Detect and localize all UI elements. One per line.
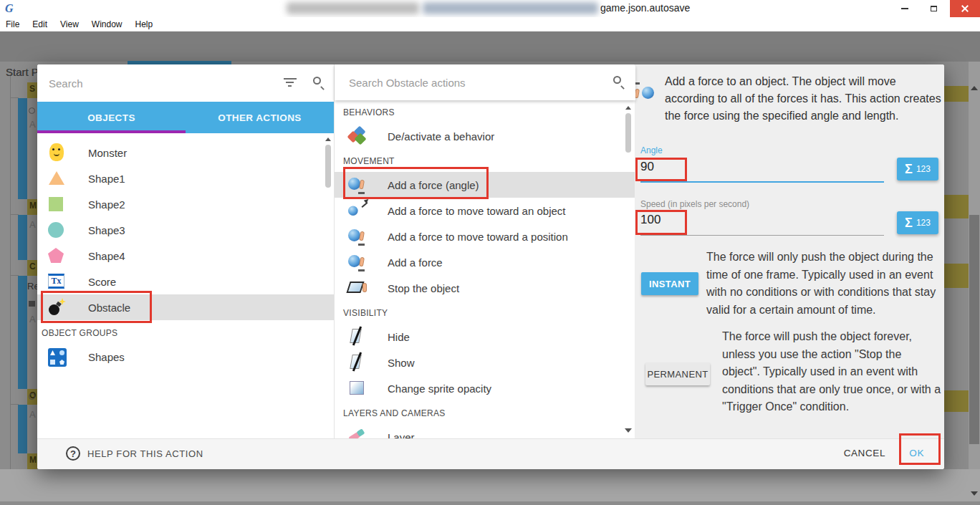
menu-bar: File Edit View Window Help (0, 17, 980, 32)
monster-icon (47, 143, 66, 162)
object-selector-panel: OBJECTS OTHER ACTIONS Monster Shape1 Sha… (37, 64, 334, 438)
object-groups-header: OBJECT GROUPS (42, 328, 117, 338)
action-add-force[interactable]: Add a force (335, 249, 635, 275)
minimize-button[interactable] (894, 0, 916, 17)
speed-expression-button[interactable]: Σ 123 (897, 211, 938, 234)
sigma-icon: Σ (905, 216, 913, 231)
object-search-input[interactable] (49, 73, 264, 93)
menu-file[interactable]: File (6, 19, 19, 29)
permanent-description: The force will push the object forever, … (722, 328, 941, 416)
menu-window[interactable]: Window (92, 19, 123, 29)
tab-other-actions[interactable]: OTHER ACTIONS (186, 102, 334, 133)
action-change-opacity[interactable]: Change sprite opacity (335, 375, 635, 401)
speed-label: Speed (in pixels per second) (640, 199, 749, 209)
action-stop-object[interactable]: Stop the object (335, 275, 635, 301)
selected-event-bar (18, 405, 27, 453)
menu-help[interactable]: Help (135, 19, 153, 29)
event-group-header: M (27, 199, 37, 215)
action-selector-panel: BEHAVIORS De/activate a behavior MOVEMEN… (334, 64, 635, 438)
section-layers-cameras: LAYERS AND CAMERAS (343, 408, 446, 418)
action-force-toward-position[interactable]: Add a force to move toward a position (335, 223, 635, 249)
window-title: game.json.autosave (600, 2, 690, 14)
permanent-button[interactable]: PERMANENT (645, 362, 710, 385)
action-force-toward-object[interactable]: Add a force to move toward an object (335, 198, 635, 223)
opacity-icon (348, 379, 367, 398)
close-button[interactable] (950, 0, 980, 17)
sigma-icon: Σ (905, 162, 913, 177)
scroll-up-icon[interactable] (971, 86, 978, 90)
help-link[interactable]: ? HELP FOR THIS ACTION (66, 446, 203, 461)
toolbar (0, 32, 980, 62)
action-show[interactable]: Show (335, 350, 635, 375)
annotation-speed-value (635, 210, 687, 235)
action-search-bar (335, 64, 635, 100)
list-item-shape2[interactable]: Shape2 (37, 191, 334, 217)
action-deactivate-behavior[interactable]: De/activate a behavior (335, 123, 635, 149)
blurred-path-2 (423, 2, 598, 14)
search-icon[interactable] (313, 77, 321, 85)
close-icon (961, 4, 969, 13)
event-group-header (944, 195, 969, 218)
action-parameters-panel: Add a force to an object. The object wil… (635, 64, 944, 438)
truncated-text: Re (27, 281, 37, 292)
group-icon (48, 348, 67, 367)
scroll-down-icon[interactable] (625, 428, 632, 433)
action-description: Add a force to an object. The object wil… (665, 73, 944, 125)
action-search-input[interactable] (349, 72, 585, 92)
list-item-shape3[interactable]: Shape3 (37, 217, 334, 243)
speed-underline (640, 235, 884, 236)
force-icon (348, 253, 367, 271)
action-icon (29, 301, 35, 307)
cancel-button[interactable]: CANCEL (844, 448, 885, 458)
scrollbar-thumb[interactable] (625, 113, 631, 153)
title-bar: G game.json.autosave (0, 0, 980, 17)
stop-icon (348, 279, 367, 297)
instant-button[interactable]: INSTANT (641, 272, 698, 295)
list-item-shape1[interactable]: Shape1 (37, 165, 334, 191)
event-group-header: S (27, 82, 37, 98)
circle-icon (47, 221, 66, 239)
filter-icon[interactable] (284, 78, 297, 88)
angle-underline (640, 181, 884, 183)
scrollbar-thumb[interactable] (325, 145, 331, 188)
scroll-up-icon[interactable] (325, 138, 331, 141)
menu-edit[interactable]: Edit (32, 19, 47, 29)
behavior-icon (348, 127, 367, 145)
selected-event-bar (18, 98, 27, 199)
selector-tabs: OBJECTS OTHER ACTIONS (37, 102, 334, 133)
hide-icon (348, 327, 367, 346)
action-hide[interactable]: Hide (335, 324, 635, 350)
menu-view[interactable]: View (60, 19, 79, 29)
section-behaviors: BEHAVIORS (343, 107, 395, 117)
event-group-header (944, 86, 969, 102)
restore-button[interactable] (923, 0, 944, 17)
condition-icon (29, 107, 35, 114)
objects-list: Monster Shape1 Shape2 Shape3 Shape4 (37, 133, 334, 438)
selected-event-bar (18, 215, 27, 260)
help-icon: ? (66, 446, 80, 461)
event-sheet-bottom: Add condition Add to Obstacle an instant… (0, 469, 980, 501)
scroll-down-icon[interactable] (971, 491, 978, 496)
show-icon (348, 353, 367, 372)
event-tree-line (10, 76, 11, 501)
search-icon[interactable] (613, 76, 621, 84)
event-group-header (944, 390, 969, 412)
text-object-icon: Tx (47, 272, 66, 291)
app-logo-icon: G (5, 2, 17, 14)
annotation-angle-value (635, 158, 687, 181)
scrollbar-thumb[interactable] (969, 215, 979, 444)
section-visibility: VISIBILITY (343, 308, 388, 318)
angle-expression-button[interactable]: Σ 123 (897, 158, 938, 181)
list-item-shape4[interactable]: Shape4 (37, 243, 334, 269)
list-item-shapes-group[interactable]: Shapes (37, 344, 334, 370)
annotation-ok-button (899, 433, 941, 465)
tab-objects[interactable]: OBJECTS (37, 102, 186, 133)
force-toward-object-icon (348, 201, 367, 220)
selected-event-bar (18, 276, 27, 389)
object-search-bar (37, 64, 334, 102)
gdevelop-window: G game.json.autosave File Edit View Wind… (0, 0, 980, 505)
list-item-monster[interactable]: Monster (37, 140, 334, 165)
scroll-up-icon[interactable] (625, 106, 631, 110)
dialog-footer: ? HELP FOR THIS ACTION CANCEL OK (37, 438, 944, 469)
event-group-header (944, 264, 969, 288)
